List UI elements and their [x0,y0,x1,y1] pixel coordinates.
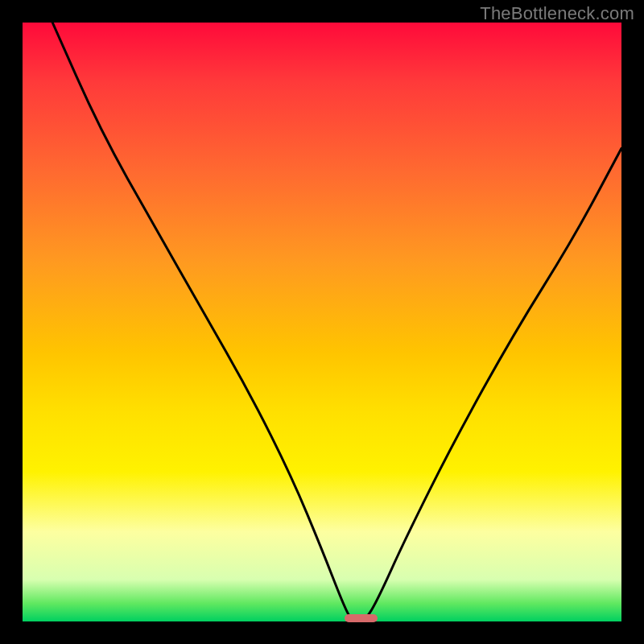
minimum-marker [345,614,378,622]
watermark-text: TheBottleneck.com [480,3,634,24]
bottleneck-curve [23,23,621,621]
curve-path [52,23,621,621]
chart-frame: TheBottleneck.com [0,0,644,644]
plot-area [23,23,621,621]
